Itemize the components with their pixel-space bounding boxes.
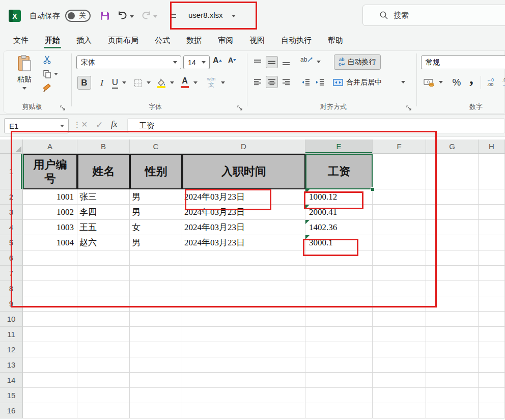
align-top-button[interactable]	[251, 56, 264, 68]
cell-B6[interactable]	[77, 250, 130, 266]
cell-G16[interactable]	[426, 403, 479, 418]
cell-E2[interactable]: 1000.12	[305, 189, 373, 205]
cell-E4[interactable]: 1402.36	[305, 220, 373, 235]
column-header-E[interactable]: E	[305, 139, 373, 153]
cell-C10[interactable]	[130, 312, 182, 327]
cell-F8[interactable]	[373, 281, 426, 296]
cell-A1[interactable]: 用户编号	[23, 154, 77, 189]
cell-D13[interactable]	[182, 357, 305, 373]
row-header-2[interactable]: 2	[0, 189, 23, 205]
cell-H15[interactable]	[479, 388, 505, 403]
cell-B9[interactable]	[77, 296, 130, 312]
cell-C4[interactable]: 女	[130, 220, 182, 235]
font-dialog-launcher-icon[interactable]	[237, 105, 243, 111]
column-header-D[interactable]: D	[182, 139, 305, 153]
cell-B12[interactable]	[77, 342, 130, 357]
copy-icon[interactable]	[43, 70, 51, 78]
tab-page-layout[interactable]: 页面布局	[107, 32, 139, 49]
percent-style-button[interactable]: %	[450, 76, 463, 89]
format-painter-icon[interactable]	[42, 83, 52, 93]
wrap-text-button[interactable]: abc↩ 自动换行	[334, 54, 381, 70]
cell-B14[interactable]	[77, 373, 130, 388]
cell-A3[interactable]: 1002	[23, 205, 77, 220]
cell-D1[interactable]: 入职时间	[182, 154, 305, 189]
cell-G4[interactable]	[426, 220, 479, 235]
cell-B15[interactable]	[77, 388, 130, 403]
cell-C15[interactable]	[130, 388, 182, 403]
cell-H16[interactable]	[479, 403, 505, 418]
row-header-9[interactable]: 9	[0, 296, 23, 312]
undo-dropdown-icon[interactable]	[130, 15, 134, 18]
cell-B16[interactable]	[77, 403, 130, 418]
accounting-dropdown-icon[interactable]	[439, 81, 443, 83]
cell-F10[interactable]	[373, 312, 426, 327]
comma-style-button[interactable]: ,	[466, 72, 476, 85]
cell-B13[interactable]	[77, 357, 130, 373]
cell-H6[interactable]	[479, 250, 505, 266]
cell-D16[interactable]	[182, 403, 305, 418]
cell-B2[interactable]: 张三	[77, 189, 130, 205]
alignment-dialog-launcher-icon[interactable]	[406, 105, 412, 111]
column-header-A[interactable]: A	[23, 139, 77, 153]
cell-A10[interactable]	[23, 312, 77, 327]
cell-H4[interactable]	[479, 220, 505, 235]
phonetic-guide-button[interactable]: wén 文	[205, 75, 218, 90]
cell-F12[interactable]	[373, 342, 426, 357]
cell-E10[interactable]	[305, 312, 373, 327]
autosave-toggle[interactable]: 关	[65, 10, 91, 22]
name-box[interactable]: E1	[4, 118, 69, 133]
orientation-button[interactable]: ab	[300, 56, 313, 63]
cell-A9[interactable]	[23, 296, 77, 312]
cell-E7[interactable]	[305, 266, 373, 281]
cell-A8[interactable]	[23, 281, 77, 296]
align-bottom-button[interactable]	[280, 56, 292, 68]
cell-A11[interactable]	[23, 327, 77, 342]
cell-G7[interactable]	[426, 266, 479, 281]
cell-H1[interactable]	[479, 154, 505, 189]
cell-F6[interactable]	[373, 250, 426, 266]
cell-G5[interactable]	[426, 235, 479, 250]
cell-E11[interactable]	[305, 327, 373, 342]
cell-G14[interactable]	[426, 373, 479, 388]
cell-A4[interactable]: 1003	[23, 220, 77, 235]
cell-C5[interactable]: 男	[130, 235, 182, 250]
cell-F15[interactable]	[373, 388, 426, 403]
copy-dropdown-icon[interactable]	[54, 73, 58, 75]
bold-button[interactable]: B	[77, 76, 91, 90]
cell-E1[interactable]: 工资	[305, 154, 373, 189]
cell-H8[interactable]	[479, 281, 505, 296]
cell-C11[interactable]	[130, 327, 182, 342]
cell-F16[interactable]	[373, 403, 426, 418]
cell-F7[interactable]	[373, 266, 426, 281]
row-header-5[interactable]: 5	[0, 235, 23, 250]
cell-C2[interactable]: 男	[130, 189, 182, 205]
column-header-B[interactable]: B	[77, 139, 130, 153]
cell-D3[interactable]: 2024年03月23日	[182, 205, 305, 220]
cell-E15[interactable]	[305, 388, 373, 403]
cell-G13[interactable]	[426, 357, 479, 373]
save-icon[interactable]	[100, 11, 110, 21]
cell-C6[interactable]	[130, 250, 182, 266]
cell-B10[interactable]	[77, 312, 130, 327]
cell-D15[interactable]	[182, 388, 305, 403]
increase-indent-button[interactable]	[314, 76, 326, 88]
cell-H10[interactable]	[479, 312, 505, 327]
paste-dropdown-icon[interactable]	[22, 87, 26, 90]
row-header-7[interactable]: 7	[0, 266, 23, 281]
fill-color-button[interactable]	[156, 76, 167, 89]
cell-H11[interactable]	[479, 327, 505, 342]
font-size-select[interactable]: 14	[183, 55, 210, 69]
cell-C1[interactable]: 性别	[130, 154, 182, 189]
underline-dropdown-icon[interactable]	[122, 81, 126, 84]
cell-A12[interactable]	[23, 342, 77, 357]
row-header-3[interactable]: 3	[0, 205, 23, 220]
cell-B11[interactable]	[77, 327, 130, 342]
cell-E12[interactable]	[305, 342, 373, 357]
row-header-13[interactable]: 13	[0, 357, 23, 373]
cell-A6[interactable]	[23, 250, 77, 266]
number-format-select[interactable]: 常规	[421, 55, 505, 69]
formula-input[interactable]: 工资	[127, 118, 505, 133]
cell-G10[interactable]	[426, 312, 479, 327]
cell-F11[interactable]	[373, 327, 426, 342]
cell-F4[interactable]	[373, 220, 426, 235]
